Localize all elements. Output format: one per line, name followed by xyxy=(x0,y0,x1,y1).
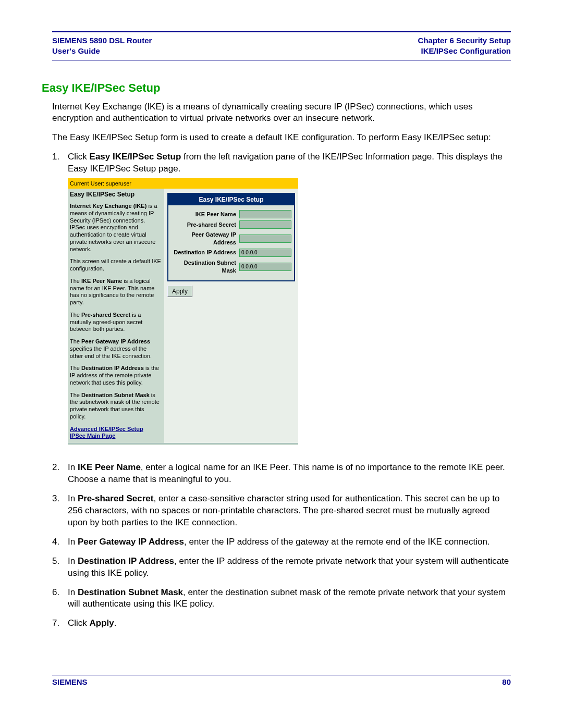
pre-shared-secret-label: Pre-shared Secret xyxy=(171,221,239,229)
header-left-line1: SIEMENS 5890 DSL Router xyxy=(52,36,152,45)
step-3: 3. In Pre-shared Secret, enter a case-se… xyxy=(52,493,511,529)
peer-gateway-input[interactable] xyxy=(239,235,291,243)
easy-ike-form-box: Easy IKE/IPSec Setup IKE Peer Name Pr xyxy=(167,193,295,281)
current-user-bar: Current User: superuser xyxy=(68,179,298,189)
help-p7-bold: Destination Subnet Mask xyxy=(81,392,150,398)
step-7-post: . xyxy=(114,618,117,628)
step-2-pre: In xyxy=(68,462,78,472)
header-right-line1: Chapter 6 Security Setup xyxy=(418,36,511,45)
footer-brand: SIEMENS xyxy=(52,677,88,686)
help-heading: Easy IKE/IPSec Setup xyxy=(70,191,161,199)
peer-gateway-label: Peer Gateway IP Address xyxy=(171,231,239,246)
step-1: 1. Click Easy IKE/IPSec Setup from the l… xyxy=(52,151,511,454)
step-4-bold: Peer Gateway IP Address xyxy=(78,537,184,547)
step-7: 7. Click Apply. xyxy=(52,618,511,630)
destination-mask-input[interactable]: 0.0.0.0 xyxy=(239,263,291,271)
help-p4-pre: The xyxy=(70,312,81,318)
help-p3-bold: IKE Peer Name xyxy=(81,278,122,284)
help-p5-pre: The xyxy=(70,338,81,344)
step-1-text-pre: Click xyxy=(68,152,90,162)
help-p5-bold: Peer Gateway IP Address xyxy=(81,338,150,344)
step-1-number: 1. xyxy=(52,151,68,454)
step-4-number: 4. xyxy=(52,536,68,548)
section-heading: Easy IKE/IPSec Setup xyxy=(42,81,511,95)
step-5-pre: In xyxy=(68,556,78,566)
step-3-pre: In xyxy=(68,493,78,503)
header-left-line2: User's Guide xyxy=(52,46,100,55)
screenshot-help-pane: Easy IKE/IPSec Setup Internet Key Exchan… xyxy=(68,189,164,443)
pre-shared-secret-input[interactable] xyxy=(239,220,291,229)
apply-button[interactable]: Apply xyxy=(167,286,192,297)
help-p2: This screen will create a default IKE co… xyxy=(70,258,161,273)
destination-ip-input[interactable]: 0.0.0.0 xyxy=(239,249,291,257)
intro-paragraph-2: The Easy IKE/IPSec Setup form is used to… xyxy=(52,132,511,144)
intro-paragraph-1: Internet Key Exchange (IKE) is a means o… xyxy=(52,101,511,125)
footer-page-number: 80 xyxy=(502,677,511,686)
step-7-bold: Apply xyxy=(90,618,114,628)
step-4: 4. In Peer Gateway IP Address, enter the… xyxy=(52,536,511,548)
destination-ip-label: Destination IP Address xyxy=(171,249,239,256)
header-right-line2: IKE/IPSec Configuration xyxy=(421,46,511,55)
step-5-number: 5. xyxy=(52,556,68,579)
step-3-bold: Pre-shared Secret xyxy=(78,493,154,503)
help-p1-text: is a means of dynamically creating IP Se… xyxy=(70,203,157,252)
step-6: 6. In Destination Subnet Mask, enter the… xyxy=(52,587,511,611)
step-6-number: 6. xyxy=(52,587,68,611)
step-6-bold: Destination Subnet Mask xyxy=(78,587,183,597)
help-p3-pre: The xyxy=(70,278,81,284)
destination-mask-label: Destination Subnet Mask xyxy=(171,259,239,275)
ipsec-main-page-link[interactable]: IPSec Main Page xyxy=(70,433,161,440)
step-7-number: 7. xyxy=(52,618,68,630)
step-4-pre: In xyxy=(68,537,78,547)
step-5-bold: Destination IP Address xyxy=(78,556,174,566)
help-p6-bold: Destination IP Address xyxy=(81,365,144,371)
page-header: SIEMENS 5890 DSL Router User's Guide Cha… xyxy=(52,35,511,60)
help-p4-bold: Pre-shared Secret xyxy=(81,312,130,318)
step-6-pre: In xyxy=(68,587,78,597)
ike-peer-name-label: IKE Peer Name xyxy=(171,211,239,218)
step-2: 2. In IKE Peer Name, enter a logical nam… xyxy=(52,462,511,486)
help-p5-post: specifies the IP address of the other en… xyxy=(70,346,152,359)
step-2-bold: IKE Peer Name xyxy=(78,462,141,472)
advanced-ike-link[interactable]: Advanced IKE/IPSec Setup xyxy=(70,426,161,433)
step-7-pre: Click xyxy=(68,618,90,628)
step-1-bold: Easy IKE/IPSec Setup xyxy=(90,152,181,162)
form-title: Easy IKE/IPSec Setup xyxy=(168,194,294,205)
step-3-number: 3. xyxy=(52,493,68,529)
step-5: 5. In Destination IP Address, enter the … xyxy=(52,556,511,579)
step-2-number: 2. xyxy=(52,462,68,486)
page-footer: SIEMENS 80 xyxy=(52,675,511,686)
help-p1-bold: Internet Key Exchange (IKE) xyxy=(70,203,146,209)
ike-peer-name-input[interactable] xyxy=(239,210,291,218)
embedded-screenshot: Current User: superuser Easy IKE/IPSec S… xyxy=(68,178,511,445)
help-p7-pre: The xyxy=(70,392,81,398)
step-4-post: , enter the IP address of the gateway at… xyxy=(184,537,490,547)
help-p6-pre: The xyxy=(70,365,81,371)
